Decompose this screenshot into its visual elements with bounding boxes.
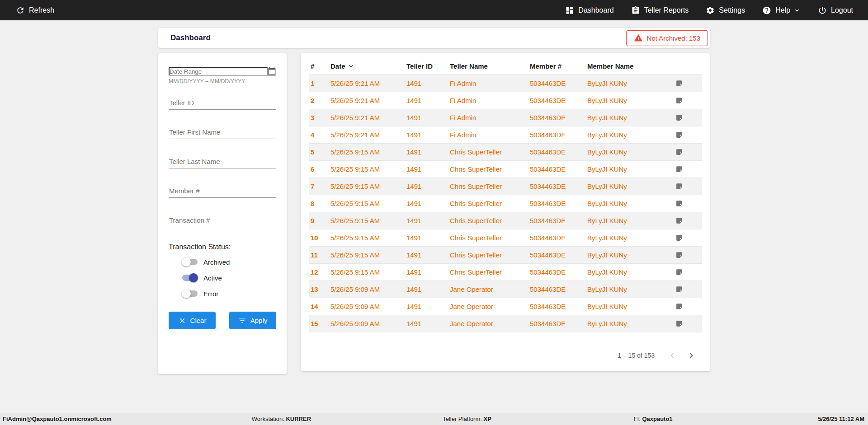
cell-member-name: ByLyJI KUNy bbox=[587, 148, 668, 156]
teller-last-name-input[interactable] bbox=[169, 155, 276, 168]
pagination-range: 1 – 15 of 153 bbox=[618, 352, 655, 359]
date-range-input[interactable] bbox=[169, 67, 268, 75]
cell-member-number: 5034463DE bbox=[530, 320, 587, 327]
cell-teller-name: Chris SuperTeller bbox=[450, 200, 530, 207]
table-row[interactable]: 3 5/26/25 9:21 AM 1491 Fi Admin 5034463D… bbox=[309, 109, 702, 126]
table-row[interactable]: 4 5/26/25 9:21 AM 1491 Fi Admin 5034463D… bbox=[309, 126, 702, 144]
cell-teller-id: 1491 bbox=[406, 182, 450, 190]
cell-date: 5/26/25 9:15 AM bbox=[330, 182, 406, 190]
note-icon[interactable] bbox=[675, 114, 700, 121]
cell-teller-name: Fi Admin bbox=[450, 79, 530, 87]
teller-platform-status: Teller Platform: XP bbox=[443, 413, 491, 425]
note-icon[interactable] bbox=[675, 97, 700, 104]
teller-id-input[interactable] bbox=[169, 96, 276, 110]
note-icon[interactable] bbox=[675, 217, 700, 224]
note-icon[interactable] bbox=[675, 285, 700, 293]
datetime: 5/26/25 11:12 AM bbox=[818, 413, 864, 425]
not-archived-badge[interactable]: Not Archived: 153 bbox=[626, 30, 708, 46]
table-row[interactable]: 11 5/26/25 9:15 AM 1491 Chris SuperTelle… bbox=[309, 247, 702, 264]
table-row[interactable]: 14 5/26/25 9:09 AM 1491 Jane Operator 50… bbox=[309, 298, 702, 315]
table-header-row: # Date Teller ID Teller Name Member # Me… bbox=[309, 58, 702, 75]
cell-member-name: ByLyJI KUNy bbox=[587, 114, 668, 121]
cell-teller-id: 1491 bbox=[406, 200, 450, 207]
next-page-button[interactable] bbox=[685, 350, 697, 361]
cell-teller-name: Chris SuperTeller bbox=[450, 234, 530, 242]
note-icon[interactable] bbox=[675, 165, 700, 173]
col-date[interactable]: Date bbox=[330, 62, 406, 70]
cell-date: 5/26/25 9:15 AM bbox=[330, 251, 406, 259]
nav-help[interactable]: Help bbox=[762, 6, 801, 15]
cell-teller-id: 1491 bbox=[406, 217, 450, 224]
pagination: 1 – 15 of 153 bbox=[618, 350, 697, 361]
table-row[interactable]: 5 5/26/25 9:15 AM 1491 Chris SuperTeller… bbox=[309, 144, 702, 161]
refresh-button[interactable]: Refresh bbox=[16, 6, 54, 15]
cell-teller-name: Chris SuperTeller bbox=[450, 165, 530, 173]
note-icon[interactable] bbox=[675, 79, 700, 87]
cell-member-number: 5034463DE bbox=[530, 165, 587, 173]
note-icon[interactable] bbox=[675, 131, 700, 139]
col-number: # bbox=[311, 62, 330, 70]
nav-dashboard[interactable]: Dashboard bbox=[565, 6, 613, 15]
cell-date: 5/26/25 9:09 AM bbox=[330, 320, 406, 327]
table-row[interactable]: 12 5/26/25 9:15 AM 1491 Chris SuperTelle… bbox=[309, 264, 702, 281]
status-bar: FiAdmin@Qaxpauto1.onmicrosoft.com Workst… bbox=[0, 413, 868, 425]
table-row[interactable]: 6 5/26/25 9:15 AM 1491 Chris SuperTeller… bbox=[309, 161, 702, 178]
cell-number: 12 bbox=[311, 268, 330, 276]
table-row[interactable]: 8 5/26/25 9:15 AM 1491 Chris SuperTeller… bbox=[309, 195, 702, 212]
nav-logout[interactable]: Logout bbox=[818, 6, 853, 15]
note-icon[interactable] bbox=[675, 320, 700, 327]
note-icon[interactable] bbox=[675, 148, 700, 156]
cell-member-name: ByLyJI KUNy bbox=[587, 165, 668, 173]
cell-member-number: 5034463DE bbox=[530, 200, 587, 207]
toggle-switch[interactable] bbox=[182, 259, 198, 265]
cell-member-name: ByLyJI KUNy bbox=[587, 320, 668, 327]
filter-panel: MM/DD/YYYY – MM/DD/YYYY Transaction Stat… bbox=[158, 53, 287, 374]
toggle-switch[interactable] bbox=[182, 275, 198, 281]
apply-button[interactable]: Apply bbox=[229, 312, 276, 329]
nav-logout-label: Logout bbox=[831, 6, 853, 14]
teller-first-name-input[interactable] bbox=[169, 126, 276, 139]
nav-settings[interactable]: Settings bbox=[706, 6, 745, 15]
note-icon[interactable] bbox=[675, 303, 700, 310]
table-row[interactable]: 9 5/26/25 9:15 AM 1491 Chris SuperTeller… bbox=[309, 212, 702, 229]
calendar-icon[interactable] bbox=[268, 67, 276, 75]
cell-member-number: 5034463DE bbox=[530, 114, 587, 121]
note-icon[interactable] bbox=[675, 268, 700, 276]
cell-number: 1 bbox=[311, 79, 330, 87]
note-icon[interactable] bbox=[675, 251, 700, 259]
table-row[interactable]: 7 5/26/25 9:15 AM 1491 Chris SuperTeller… bbox=[309, 178, 702, 195]
cell-date: 5/26/25 9:21 AM bbox=[330, 131, 406, 139]
cell-teller-name: Fi Admin bbox=[450, 114, 530, 121]
cell-teller-id: 1491 bbox=[406, 234, 450, 242]
cell-teller-id: 1491 bbox=[406, 320, 450, 327]
clear-button[interactable]: Clear bbox=[169, 312, 216, 329]
table-row[interactable]: 2 5/26/25 9:21 AM 1491 Fi Admin 5034463D… bbox=[309, 92, 702, 109]
cell-date: 5/26/25 9:21 AM bbox=[330, 79, 406, 87]
cell-date: 5/26/25 9:15 AM bbox=[330, 217, 406, 224]
note-icon[interactable] bbox=[675, 200, 700, 207]
status-toggle-row: Archived bbox=[182, 257, 276, 266]
workstation-status: Workstation: KURRER bbox=[252, 413, 311, 425]
note-icon[interactable] bbox=[675, 234, 700, 242]
cell-date: 5/26/25 9:15 AM bbox=[330, 268, 406, 276]
member-number-input[interactable] bbox=[169, 184, 276, 198]
table-row[interactable]: 15 5/26/25 9:09 AM 1491 Jane Operator 50… bbox=[309, 315, 702, 332]
logout-icon bbox=[818, 6, 827, 15]
dashboard-icon bbox=[565, 6, 574, 15]
cell-member-name: ByLyJI KUNy bbox=[587, 285, 668, 293]
table-row[interactable]: 13 5/26/25 9:09 AM 1491 Jane Operator 50… bbox=[309, 281, 702, 298]
cell-teller-id: 1491 bbox=[406, 251, 450, 259]
table-row[interactable]: 10 5/26/25 9:15 AM 1491 Chris SuperTelle… bbox=[309, 229, 702, 247]
nav-teller-reports[interactable]: Teller Reports bbox=[631, 6, 689, 15]
toggle-switch[interactable] bbox=[182, 290, 198, 297]
cell-member-number: 5034463DE bbox=[530, 79, 587, 87]
toggle-label: Archived bbox=[203, 258, 230, 266]
note-icon[interactable] bbox=[675, 182, 700, 190]
table-row[interactable]: 1 5/26/25 9:21 AM 1491 Fi Admin 5034463D… bbox=[309, 75, 702, 92]
previous-page-button[interactable] bbox=[666, 350, 678, 361]
cell-member-number: 5034463DE bbox=[530, 285, 587, 293]
col-teller-id: Teller ID bbox=[406, 62, 450, 70]
cell-member-name: ByLyJI KUNy bbox=[587, 217, 668, 224]
transaction-number-input[interactable] bbox=[169, 214, 276, 227]
col-member-name: Member Name bbox=[587, 62, 668, 70]
